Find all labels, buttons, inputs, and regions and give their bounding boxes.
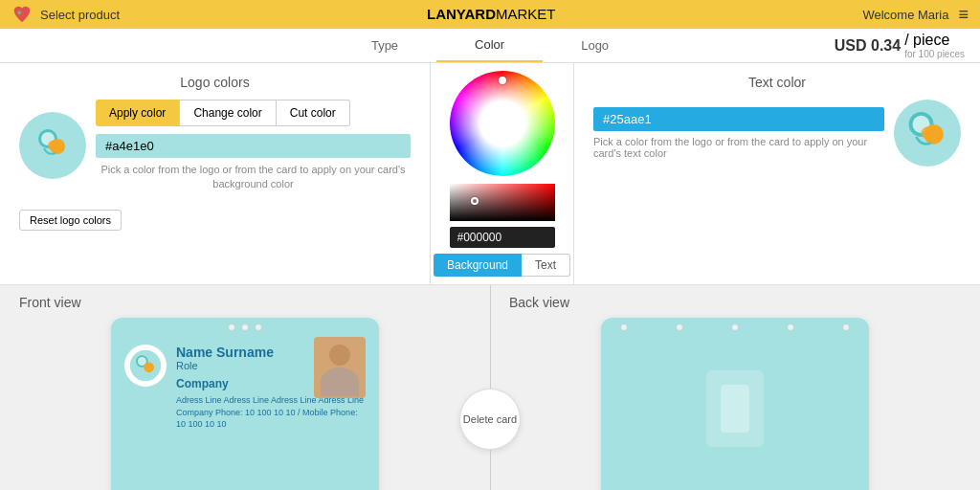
text-color-panel: Text color Pick a color from the logo or… (574, 63, 980, 284)
divider-line-bottom (490, 450, 491, 490)
logo-row: Apply color Change color Cut color Pick … (19, 100, 411, 192)
color-mode-tabs: Background Text (434, 254, 570, 277)
price-per-piece: / piece for 100 pieces (904, 32, 965, 59)
header: Select product LANYARDMARKET Welcome Mar… (0, 0, 980, 29)
select-product-link[interactable]: Select product (40, 8, 120, 22)
card-logo (124, 345, 167, 387)
header-right: Welcome Maria ≡ (862, 5, 969, 25)
front-view-title: Front view (19, 295, 471, 310)
color-wheel[interactable] (450, 71, 555, 176)
logo-preview-right (894, 100, 961, 167)
card-logo-svg (128, 348, 163, 383)
front-view: Front view (0, 285, 490, 490)
card-hole (731, 323, 739, 331)
svg-point-5 (48, 141, 57, 150)
text-color-row: Pick a color from the logo or from the c… (593, 100, 961, 167)
divider-line-top (490, 285, 491, 389)
card-hole (620, 323, 628, 331)
logo-color-controls: Apply color Change color Cut color Pick … (96, 100, 411, 192)
text-color-hint: Pick a color from the logo or from the c… (593, 136, 884, 159)
nav-tabs: Type Color Logo USD 0.34 / piece for 100… (0, 29, 980, 63)
tab-type[interactable]: Type (333, 29, 436, 62)
person-body (321, 368, 359, 396)
card-holes-front (228, 323, 262, 331)
back-view: Back view (490, 285, 980, 490)
tab-background-button[interactable]: Background (434, 254, 522, 277)
back-view-title: Back view (509, 295, 961, 310)
card-phone: Company Phone: 10 100 10 10 / Mobile Pho… (176, 407, 366, 431)
price-value: USD 0.34 (835, 37, 901, 55)
hamburger-menu-icon[interactable]: ≡ (958, 5, 969, 25)
svg-point-0 (17, 11, 21, 14)
logo-preview-left (19, 112, 86, 179)
card-hole (228, 323, 235, 331)
reset-logo-colors-button[interactable]: Reset logo colors (19, 210, 122, 231)
card-hole (241, 323, 249, 331)
back-card (601, 318, 869, 490)
person-head (329, 345, 350, 366)
back-card-detail (721, 385, 749, 433)
tab-text-button[interactable]: Text (522, 254, 570, 277)
cut-color-button[interactable]: Cut color (277, 100, 350, 126)
change-color-button[interactable]: Change color (179, 100, 276, 126)
card-hole (787, 323, 794, 331)
back-card-inner (706, 370, 764, 447)
card-hole (842, 323, 850, 331)
price-area: USD 0.34 / piece for 100 pieces (819, 29, 980, 62)
text-color-title: Text color (593, 75, 961, 90)
card-hole (676, 323, 683, 331)
logo-colors-title: Logo colors (19, 75, 411, 90)
card-hole (255, 323, 262, 331)
card-logo-area (124, 345, 167, 431)
card-photo (314, 337, 366, 398)
svg-point-10 (922, 127, 934, 140)
saturation-selector-dot (471, 197, 479, 205)
color-buttons: Apply color Change color Cut color (96, 100, 411, 126)
site-title: LANYARDMARKET (427, 6, 555, 23)
background-color-input[interactable] (96, 134, 411, 158)
card-holes-back (620, 323, 850, 331)
divider-area: Delete card (459, 285, 521, 490)
color-picker-panel: Background Text (431, 63, 574, 284)
text-color-input[interactable] (593, 107, 884, 131)
color-saturation-box[interactable] (450, 184, 555, 221)
header-left: Select product (11, 4, 120, 25)
hex-color-input[interactable] (450, 227, 555, 248)
apply-color-button[interactable]: Apply color (96, 100, 179, 126)
color-hint: Pick a color from the logo or from the c… (96, 163, 411, 192)
logo-svg-right (894, 100, 961, 167)
color-wheel-selector (499, 77, 506, 84)
tab-color[interactable]: Color (436, 29, 543, 62)
welcome-text: Welcome Maria (862, 8, 948, 22)
tab-logo[interactable]: Logo (543, 29, 647, 62)
heart-logo-icon (11, 4, 33, 25)
color-wheel-container[interactable] (450, 71, 555, 176)
cards-section: Front view (0, 285, 980, 490)
logo-colors-panel: Logo colors Apply color Change color Cut… (0, 63, 431, 284)
logo-svg-left (27, 120, 78, 171)
person-figure (321, 345, 359, 398)
delete-card-button[interactable]: Delete card (459, 389, 521, 450)
front-card: Name Surname Role Company Adress Line Ad… (111, 318, 379, 490)
svg-point-14 (144, 362, 154, 372)
upper-area: Logo colors Apply color Change color Cut… (0, 63, 980, 285)
text-color-input-area: Pick a color from the logo or from the c… (593, 107, 884, 159)
